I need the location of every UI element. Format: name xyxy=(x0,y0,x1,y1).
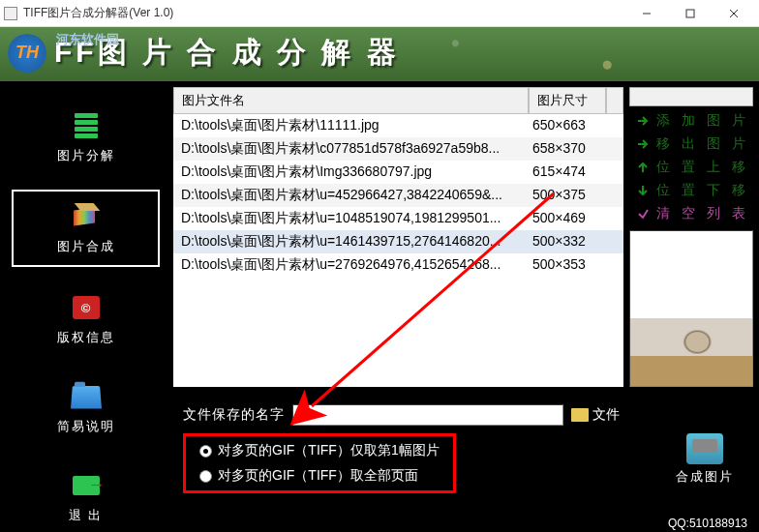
file-table: 图片文件名 图片尺寸 D:\tools\桌面\图片素材\11111.jpg650… xyxy=(173,87,623,387)
banner-subtitle: 河东软件园 xyxy=(56,31,119,48)
app-icon xyxy=(4,7,17,20)
cell-size: 500×353 xyxy=(529,256,623,274)
cell-filename: D:\tools\桌面\图片素材\u=452966427,3842240659&… xyxy=(173,187,529,204)
table-row[interactable]: D:\tools\桌面\图片素材\u=1461439715,2764146820… xyxy=(173,230,623,253)
cell-filename: D:\tools\桌面\图片素材\u=2769264976,4152654268… xyxy=(173,256,529,274)
logo-icon: TH xyxy=(8,34,46,73)
col-filename[interactable]: 图片文件名 xyxy=(173,87,529,114)
sidebar-item-exit[interactable]: 退 出 xyxy=(12,460,160,532)
add-image-button[interactable]: 添 加 图 片 xyxy=(629,112,753,130)
cell-filename: D:\tools\桌面\图片素材\c077851d578f3a6927a59b8… xyxy=(173,140,529,158)
qq-contact: QQ:510188913 xyxy=(664,515,751,532)
window-title: TIFF图片合成分解器(Ver 1.0) xyxy=(23,5,624,21)
cell-size: 650×663 xyxy=(529,117,623,134)
save-filename-input[interactable] xyxy=(292,404,563,426)
browse-file-button[interactable]: 文件 xyxy=(571,406,620,424)
cell-size: 500×332 xyxy=(529,233,623,251)
maximize-button[interactable] xyxy=(668,2,712,25)
arrow-down-icon xyxy=(635,183,651,198)
cell-size: 500×375 xyxy=(529,187,623,204)
radio-group-highlighted: 对多页的GIF（TIFF）仅取第1幅图片 对多页的GIF（TIFF）取全部页面 xyxy=(183,433,456,493)
table-row[interactable]: D:\tools\桌面\图片素材\Img336680797.jpg615×474 xyxy=(173,161,623,184)
col-size[interactable]: 图片尺寸 xyxy=(529,87,606,114)
radio-first-page[interactable]: 对多页的GIF（TIFF）仅取第1幅图片 xyxy=(199,442,440,459)
cell-size: 500×469 xyxy=(529,210,623,227)
rightbar-header xyxy=(629,87,753,106)
preview-pane xyxy=(629,230,753,387)
radio-icon xyxy=(199,445,212,458)
stack-icon xyxy=(69,108,104,143)
cell-size: 615×474 xyxy=(529,163,623,181)
col-spacer xyxy=(606,87,623,114)
cell-filename: D:\tools\桌面\图片素材\u=1048519074,1981299501… xyxy=(173,210,529,227)
folder-icon xyxy=(69,379,104,414)
sidebar: 图片分解 图片合成 © 版权信息 简易说明 退 出 xyxy=(0,81,171,532)
exit-icon xyxy=(69,468,104,503)
cell-filename: D:\tools\桌面\图片素材\Img336680797.jpg xyxy=(173,163,529,181)
save-label: 文件保存的名字 xyxy=(183,406,285,424)
minimize-button[interactable] xyxy=(624,2,668,25)
clear-list-button[interactable]: 清 空 列 表 xyxy=(629,205,753,222)
cell-size: 658×370 xyxy=(529,140,623,158)
clear-icon xyxy=(635,206,651,222)
copyright-icon: © xyxy=(69,290,104,325)
table-row[interactable]: D:\tools\桌面\图片素材\u=1048519074,1981299501… xyxy=(173,207,623,230)
sidebar-item-compose[interactable]: 图片合成 xyxy=(12,190,160,267)
banner: TH FF图 片 合 成 分 解 器 河东软件园 xyxy=(0,27,759,81)
remove-image-button[interactable]: 移 出 图 片 xyxy=(629,135,753,153)
arrow-right-icon xyxy=(635,113,651,129)
cell-filename: D:\tools\桌面\图片素材\11111.jpg xyxy=(173,117,529,134)
sidebar-item-copyright[interactable]: © 版权信息 xyxy=(12,282,160,356)
cube-icon xyxy=(69,199,104,234)
cell-filename: D:\tools\桌面\图片素材\u=1461439715,2764146820… xyxy=(173,233,529,251)
move-up-button[interactable]: 位 置 上 移 xyxy=(629,159,753,176)
arrow-right-icon xyxy=(635,136,651,152)
move-down-button[interactable]: 位 置 下 移 xyxy=(629,182,753,199)
table-row[interactable]: D:\tools\桌面\图片素材\11111.jpg650×663 xyxy=(173,114,623,137)
folder-small-icon xyxy=(571,408,589,422)
titlebar: TIFF图片合成分解器(Ver 1.0) xyxy=(0,0,759,27)
sidebar-item-help[interactable]: 简易说明 xyxy=(12,371,160,445)
table-row[interactable]: D:\tools\桌面\图片素材\u=452966427,3842240659&… xyxy=(173,184,623,207)
arrow-up-icon xyxy=(635,160,651,175)
radio-icon xyxy=(199,470,212,483)
close-button[interactable] xyxy=(712,2,755,25)
disk-icon xyxy=(686,433,723,464)
svg-rect-1 xyxy=(686,10,694,17)
table-row[interactable]: D:\tools\桌面\图片素材\u=2769264976,4152654268… xyxy=(173,253,623,277)
compose-button[interactable]: 合成图片 xyxy=(676,433,734,486)
sidebar-item-decompose[interactable]: 图片分解 xyxy=(12,101,160,174)
preview-image xyxy=(630,318,752,386)
radio-all-pages[interactable]: 对多页的GIF（TIFF）取全部页面 xyxy=(199,467,440,485)
table-row[interactable]: D:\tools\桌面\图片素材\c077851d578f3a6927a59b8… xyxy=(173,137,623,161)
